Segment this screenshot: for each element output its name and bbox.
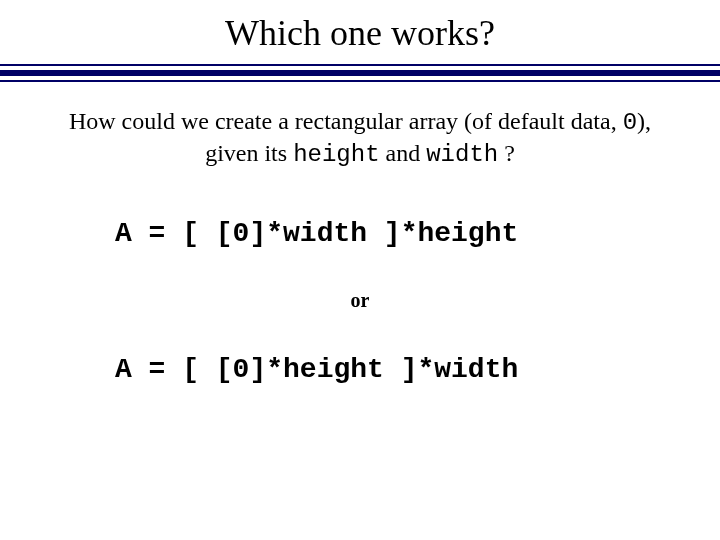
question-zero: 0 <box>623 109 637 136</box>
question-height: height <box>293 141 379 168</box>
code-option-1: A = [ [0]*width ]*height <box>0 218 720 249</box>
question-text: How could we create a rectangular array … <box>0 82 720 170</box>
question-line2-prefix: given its <box>205 140 293 166</box>
question-and: and <box>380 140 427 166</box>
slide-title: Which one works? <box>0 0 720 64</box>
question-width: width <box>426 141 498 168</box>
code-option-2: A = [ [0]*height ]*width <box>0 354 720 385</box>
question-line1-prefix: How could we create a rectangular array … <box>69 108 623 134</box>
or-label: or <box>0 289 720 312</box>
title-underline <box>0 64 720 82</box>
question-line1-suffix: ), <box>637 108 651 134</box>
question-line2-suffix: ? <box>498 140 515 166</box>
